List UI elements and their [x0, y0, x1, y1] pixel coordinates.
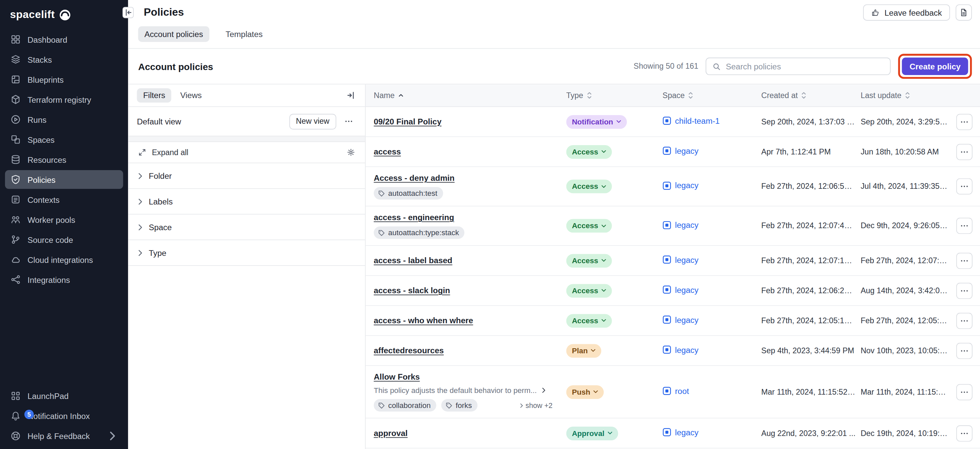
created-at-cell: Mar 11th, 2024, 11:15:52 AM: [761, 388, 861, 396]
column-header-space[interactable]: Space: [663, 91, 761, 100]
tab-templates[interactable]: Templates: [220, 26, 269, 42]
policy-type-badge[interactable]: Approval: [566, 426, 618, 440]
sidebar-item-launchpad[interactable]: LaunchPad: [5, 387, 123, 405]
sidebar-item-stacks[interactable]: Stacks: [5, 50, 123, 69]
space-icon: [663, 315, 671, 324]
actions-cell: [953, 113, 980, 130]
gear-icon[interactable]: [347, 148, 355, 156]
space-icon: [663, 221, 671, 229]
new-view-button[interactable]: New view: [289, 113, 336, 129]
row-actions-button[interactable]: [956, 343, 973, 359]
space-link[interactable]: legacy: [663, 345, 698, 355]
space-link[interactable]: legacy: [663, 146, 698, 155]
views-tab[interactable]: Views: [180, 91, 202, 100]
row-actions-button[interactable]: [956, 178, 973, 195]
sidebar-item-contexts[interactable]: Contexts: [5, 190, 123, 209]
row-actions-button[interactable]: [956, 113, 973, 130]
row-actions-button[interactable]: [956, 218, 973, 234]
ellipsis-icon: [960, 147, 969, 156]
space-link[interactable]: legacy: [663, 315, 698, 324]
space-link[interactable]: legacy: [663, 220, 698, 230]
filter-section-type[interactable]: Type: [128, 240, 365, 266]
policy-name-link[interactable]: Access - deny admin: [374, 173, 454, 182]
column-header-last-update[interactable]: Last update: [861, 91, 953, 100]
row-actions-button[interactable]: [956, 283, 973, 299]
create-policy-button[interactable]: Create policy: [902, 58, 968, 75]
space-link[interactable]: legacy: [663, 428, 698, 437]
tab-account-policies[interactable]: Account policies: [138, 26, 209, 42]
space-link[interactable]: legacy: [663, 181, 698, 190]
documentation-button[interactable]: [956, 4, 972, 21]
sidebar-item-integrations[interactable]: Integrations: [5, 270, 123, 289]
space-cell: legacy: [663, 285, 761, 296]
sidebar-item-cloud-integrations[interactable]: Cloud integrations: [5, 250, 123, 269]
space-link[interactable]: legacy: [663, 285, 698, 294]
policy-type-badge[interactable]: Access: [566, 254, 612, 267]
policy-name-link[interactable]: affectedresources: [374, 346, 444, 355]
policy-name-link[interactable]: Allow Forks: [374, 372, 420, 382]
sidebar-item-resources[interactable]: Resources: [5, 150, 123, 169]
policy-type-badge[interactable]: Push: [566, 385, 604, 399]
policy-type-badge[interactable]: Notification: [566, 115, 627, 128]
sidebar-item-dashboard[interactable]: Dashboard: [5, 30, 123, 49]
policy-type-badge[interactable]: Access: [566, 313, 612, 327]
expand-all-button[interactable]: Expand all: [128, 142, 365, 163]
policy-name-link[interactable]: 09/20 Final Policy: [374, 117, 441, 126]
sidebar-item-notification-inbox[interactable]: 5 Notification Inbox: [5, 407, 123, 425]
policy-name-link[interactable]: access - slack login: [374, 286, 450, 295]
policy-label-chip[interactable]: forks: [441, 399, 478, 412]
show-more-labels[interactable]: show +2: [520, 402, 553, 409]
row-actions-button[interactable]: [956, 425, 973, 441]
row-actions-button[interactable]: [956, 252, 973, 269]
sidebar-item-help-feedback[interactable]: Help & Feedback: [5, 427, 123, 445]
policy-name-link[interactable]: access - engineering: [374, 213, 454, 222]
policy-type-badge[interactable]: Access: [566, 179, 612, 193]
space-link[interactable]: child-team-1: [663, 116, 720, 125]
sidebar-item-spaces[interactable]: Spaces: [5, 130, 123, 149]
filter-section-folder[interactable]: Folder: [128, 163, 365, 189]
policy-label-chip[interactable]: autoattach:test: [374, 187, 443, 200]
ellipsis-icon: [960, 256, 969, 265]
collapse-filters-button[interactable]: [345, 90, 356, 101]
view-options-button[interactable]: [341, 114, 356, 129]
policy-name-link[interactable]: access: [374, 147, 401, 157]
filters-tab[interactable]: Filters: [137, 88, 172, 102]
sidebar-item-policies[interactable]: Policies: [5, 170, 123, 189]
leave-feedback-button[interactable]: Leave feedback: [863, 4, 950, 21]
column-header-type[interactable]: Type: [566, 91, 663, 100]
row-actions-button[interactable]: [956, 383, 973, 400]
chevron-down-icon: [601, 319, 606, 322]
row-actions-button[interactable]: [956, 313, 973, 329]
sidebar-item-blueprints[interactable]: Blueprints: [5, 70, 123, 89]
row-actions-button[interactable]: [956, 144, 973, 160]
policy-label-chip[interactable]: autoattach:type:stack: [374, 227, 465, 239]
sort-toggle-icon: [905, 91, 910, 99]
filter-section-space[interactable]: Space: [128, 214, 365, 240]
space-link[interactable]: legacy: [663, 255, 698, 265]
actions-cell: [953, 343, 980, 359]
policy-name-link[interactable]: approval: [374, 428, 408, 438]
spacelift-logo[interactable]: spacelift: [0, 4, 128, 29]
sidebar-item-terraform-registry[interactable]: Terraform registry: [5, 90, 123, 109]
policy-type-badge[interactable]: Access: [566, 145, 612, 158]
column-header-created-at[interactable]: Created at: [761, 91, 861, 100]
column-header-name[interactable]: Name: [374, 91, 566, 100]
sidebar-footer: LaunchPad 5 Notification Inbox Help & Fe…: [0, 385, 128, 448]
policy-name-link[interactable]: access - who when where: [374, 316, 473, 325]
sidebar-item-worker-pools[interactable]: Worker pools: [5, 210, 123, 229]
table-row: access Access legacy Apr 7th, 1:12:41 PM…: [366, 137, 980, 167]
policy-type-badge[interactable]: Plan: [566, 344, 602, 357]
space-link[interactable]: root: [663, 386, 689, 396]
expand-description-chevron[interactable]: [542, 387, 545, 394]
filter-section-labels[interactable]: Labels: [128, 189, 365, 214]
logo-wordmark: spacelift: [10, 9, 55, 21]
policy-type-badge[interactable]: Access: [566, 284, 612, 297]
policy-type-badge[interactable]: Access: [566, 219, 612, 233]
search-icon: [713, 62, 721, 70]
sidebar-item-runs[interactable]: Runs: [5, 110, 123, 129]
sidebar-item-source-code[interactable]: Source code: [5, 230, 123, 249]
policy-label-chip[interactable]: collaboration: [374, 399, 436, 412]
collapse-sidebar-button[interactable]: [123, 7, 134, 18]
search-input[interactable]: [726, 62, 884, 71]
policy-name-link[interactable]: access - label based: [374, 256, 452, 265]
